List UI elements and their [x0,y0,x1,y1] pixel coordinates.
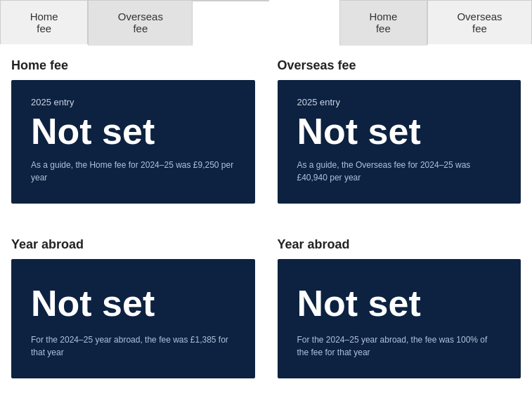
tabs-bar: Home fee Overseas fee Home fee Overseas … [0,0,532,44]
tab-overseas-fee-2[interactable]: Overseas fee [427,0,532,44]
year-abroad-overseas-note: For the 2024–25 year abroad, the fee was… [297,333,502,359]
tab-home-fee-2[interactable]: Home fee [339,0,427,46]
year-abroad-home-not-set: Not set [31,284,235,324]
year-abroad-overseas-label: Year abroad [278,237,521,252]
year-abroad-overseas-section: Year abroad Not set For the 2024–25 year… [278,237,521,378]
first-tab-group: Home fee Overseas fee [0,0,193,44]
year-abroad-home-card: Not set For the 2024–25 year abroad, the… [11,259,255,378]
tab-gap [193,0,268,1]
second-tab-group: Home fee Overseas fee [339,0,532,44]
main-content: Home fee 2025 entry Not set As a guide, … [0,44,532,409]
year-abroad-overseas-not-set: Not set [297,284,502,324]
overseas-fee-note: As a guide, the Overseas fee for 2024–25… [297,159,502,184]
overseas-fee-card: 2025 entry Not set As a guide, the Overs… [278,80,521,204]
home-fee-not-set: Not set [31,112,235,152]
year-abroad-home-label: Year abroad [11,237,255,252]
year-abroad-overseas-card: Not set For the 2024–25 year abroad, the… [278,259,521,378]
home-fee-label: Home fee [11,58,255,73]
overseas-fee-section: Overseas fee 2025 entry Not set As a gui… [278,58,521,204]
year-abroad-home-note: For the 2024–25 year abroad, the fee was… [31,333,235,359]
tab-home-fee-1[interactable]: Home fee [0,0,88,44]
home-fee-section: Home fee 2025 entry Not set As a guide, … [11,58,255,204]
fee-grid: Home fee 2025 entry Not set As a guide, … [11,58,521,395]
overseas-fee-not-set: Not set [297,112,502,152]
home-fee-entry-year: 2025 entry [31,97,235,107]
tab-overseas-fee-1[interactable]: Overseas fee [88,0,193,46]
overseas-fee-label: Overseas fee [278,58,521,73]
home-fee-card: 2025 entry Not set As a guide, the Home … [11,80,255,204]
year-abroad-home-section: Year abroad Not set For the 2024–25 year… [11,237,255,378]
overseas-fee-entry-year: 2025 entry [297,97,502,107]
home-fee-note: As a guide, the Home fee for 2024–25 was… [31,159,235,184]
